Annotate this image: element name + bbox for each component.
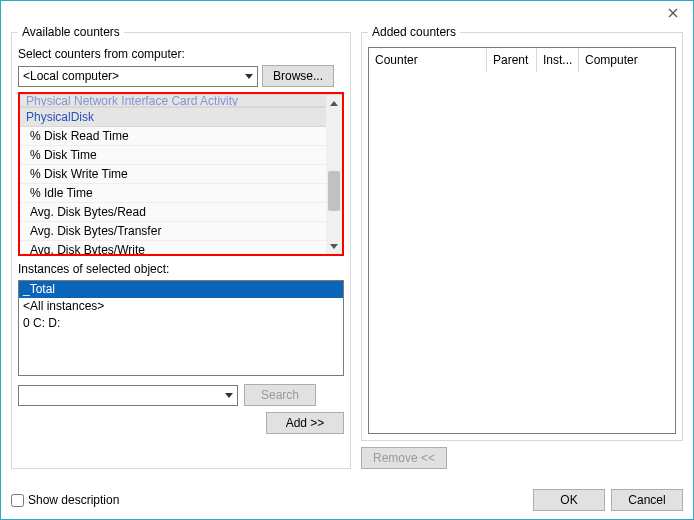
scroll-down-icon[interactable] [326,238,342,254]
add-row: Add >> [18,412,344,434]
counter-category-label: PhysicalDisk [26,110,94,124]
counter-category[interactable]: PhysicalDisk [20,107,342,127]
scroll-track[interactable] [326,111,342,238]
right-column: Added counters Counter Parent Inst... Co… [361,25,683,469]
dialog-window: Available counters Select counters from … [0,0,694,520]
instance-item-all[interactable]: <All instances> [19,298,343,315]
show-description-label: Show description [28,493,119,507]
scroll-up-icon[interactable] [326,95,342,111]
search-row: Search [18,384,344,406]
counter-item[interactable]: Avg. Disk Bytes/Write [20,241,342,254]
added-counters-group: Added counters Counter Parent Inst... Co… [361,25,683,441]
instances-list[interactable]: _Total <All instances> 0 C: D: [18,280,344,376]
counter-list[interactable]: Physical Network Interface Card Activity… [20,94,342,254]
available-counters-legend: Available counters [18,25,124,39]
search-combo-dropdown-icon[interactable] [220,386,237,405]
window-close-button[interactable] [653,1,693,24]
cancel-button[interactable]: Cancel [611,489,683,511]
close-icon [668,8,678,18]
counter-list-scrollbar[interactable] [326,95,342,254]
footer-buttons: OK Cancel [533,489,683,511]
counter-item[interactable]: % Disk Write Time [20,165,342,184]
add-button[interactable]: Add >> [266,412,344,434]
dialog-content: Available counters Select counters from … [1,25,693,519]
available-counters-group: Available counters Select counters from … [11,25,351,469]
computer-combo-text[interactable] [19,67,240,86]
search-button[interactable]: Search [244,384,316,406]
col-inst[interactable]: Inst... [537,48,579,72]
counter-selection-highlight: Physical Network Interface Card Activity… [18,92,344,256]
counter-category-prev[interactable]: Physical Network Interface Card Activity [20,95,342,107]
col-computer[interactable]: Computer [579,48,675,72]
select-computer-row: Browse... [18,65,344,87]
table-header: Counter Parent Inst... Computer [369,48,675,72]
counter-item[interactable]: % Disk Time [20,146,342,165]
counter-category-prev-label: Physical Network Interface Card Activity [26,95,238,107]
counter-item[interactable]: Avg. Disk Bytes/Read [20,203,342,222]
scroll-thumb[interactable] [328,171,340,211]
columns: Available counters Select counters from … [11,25,683,469]
col-counter[interactable]: Counter [369,48,487,72]
added-counters-table[interactable]: Counter Parent Inst... Computer [368,47,676,434]
select-from-computer-label: Select counters from computer: [18,47,344,61]
counter-item[interactable]: % Idle Time [20,184,342,203]
browse-button[interactable]: Browse... [262,65,334,87]
remove-button[interactable]: Remove << [361,447,447,469]
search-combo[interactable] [18,385,238,406]
search-input[interactable] [19,386,220,405]
footer: Show description OK Cancel [11,489,683,511]
counter-item[interactable]: Avg. Disk Bytes/Transfer [20,222,342,241]
counter-item[interactable]: % Disk Read Time [20,127,342,146]
col-parent[interactable]: Parent [487,48,537,72]
show-description-checkbox[interactable]: Show description [11,493,119,507]
instances-label: Instances of selected object: [18,262,344,276]
instance-item-total[interactable]: _Total [19,281,343,298]
remove-row: Remove << [361,447,683,469]
titlebar [1,1,693,24]
computer-combo-dropdown-icon[interactable] [240,67,257,86]
computer-combo[interactable] [18,66,258,87]
show-description-input[interactable] [11,494,24,507]
ok-button[interactable]: OK [533,489,605,511]
instance-item-disks[interactable]: 0 C: D: [19,315,343,332]
added-counters-legend: Added counters [368,25,460,39]
